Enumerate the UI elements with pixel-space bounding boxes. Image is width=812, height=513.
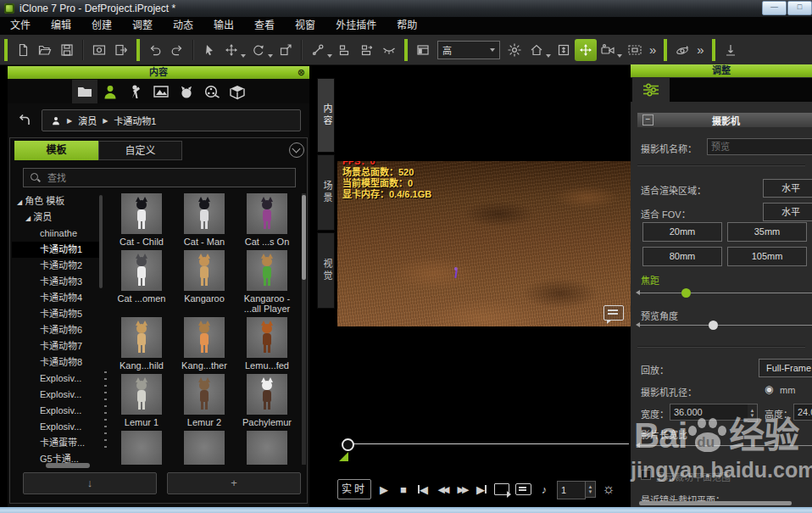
toolbar-more-button[interactable]: » [646, 42, 659, 57]
thumbnail-item[interactable]: Cat ...s On [241, 193, 293, 247]
collapse-section-icon[interactable]: − [642, 114, 653, 125]
thumbnail-item-partial[interactable] [178, 431, 231, 465]
align-move-button[interactable] [356, 39, 378, 61]
thumbnail-item[interactable]: Lemur 1 [115, 374, 168, 427]
tab-modify-sliders[interactable] [632, 78, 670, 102]
playback-settings-icon[interactable]: ☼ [602, 480, 615, 499]
grid-scrollbar-thumb[interactable] [302, 195, 306, 280]
thumbnail-item[interactable]: Kang...hild [115, 317, 168, 371]
loop-toggle-icon[interactable] [494, 483, 509, 495]
viewport-3d[interactable]: FPS：0 场景总面数：520 当前模型面数：0 显卡内存：0.4/6.1GB [337, 161, 631, 326]
side-tab-scene[interactable]: 场景 [317, 154, 335, 231]
tab-custom[interactable]: 自定义 [98, 141, 182, 160]
clipped-toolbar-button[interactable] [720, 39, 742, 61]
tree-root[interactable]: ◢角色 模板 [12, 193, 102, 209]
caption-toggle-icon[interactable] [515, 483, 531, 495]
pan-view-button[interactable] [575, 39, 597, 61]
timeline-frame-marker[interactable] [339, 452, 348, 461]
panel-layout-button[interactable] [412, 39, 434, 61]
tree-item[interactable]: 卡通动物3 [12, 274, 102, 290]
toolbar-more-button-2[interactable]: » [693, 42, 707, 57]
character-gizmo-marker[interactable] [454, 270, 457, 278]
align-button[interactable] [334, 39, 356, 61]
tab-props[interactable] [225, 80, 250, 103]
new-project-button[interactable] [12, 39, 34, 61]
rewind-button[interactable]: ◀◀ [436, 480, 449, 499]
content-panel-header[interactable]: 内容 ⊗ [8, 66, 309, 79]
orbit-camera-caret[interactable] [617, 54, 622, 58]
spin-down-icon[interactable]: ▼ [586, 489, 595, 494]
scale-tool-button[interactable] [275, 39, 297, 61]
add-content-button[interactable]: + [167, 472, 301, 494]
width-input[interactable] [670, 404, 751, 421]
modify-panel-header[interactable]: 调整 [631, 64, 812, 77]
thumbnail-item-partial[interactable] [241, 431, 293, 465]
clip-range-checkbox[interactable] [641, 470, 651, 480]
tree-item[interactable]: 卡通动物7 [12, 338, 102, 354]
close-panel-icon[interactable]: ⊗ [298, 67, 305, 78]
aperture-mm-radio[interactable]: ◉ [765, 383, 773, 395]
modify-panel-scrollbar[interactable] [639, 501, 792, 505]
attach-tool-caret[interactable] [327, 54, 332, 58]
tab-project[interactable] [72, 80, 97, 103]
open-project-button[interactable] [34, 39, 56, 61]
frame-number-input[interactable] [557, 481, 586, 499]
tree-item[interactable]: chiinathe [12, 226, 102, 242]
play-button[interactable]: ▶ [377, 480, 391, 499]
orbit-camera-button[interactable] [597, 39, 619, 61]
focal-preset-35mm[interactable]: 35mm [727, 222, 807, 242]
aspect-ratio-slider[interactable] [639, 445, 812, 446]
side-tab-content[interactable]: 内容 [317, 78, 335, 153]
tree-vertical-scrollbar[interactable] [99, 195, 103, 288]
realtime-toggle-button[interactable]: 实时 [337, 479, 371, 499]
focal-length-slider[interactable] [639, 293, 812, 293]
move-tool-caret[interactable] [241, 54, 246, 58]
minimize-button[interactable]: — [762, 1, 787, 15]
timeline-track[interactable] [348, 443, 629, 444]
tab-head[interactable] [174, 80, 199, 103]
tree-horizontal-scrollbar[interactable] [46, 463, 90, 468]
tree-item[interactable]: 卡通动物5 [12, 306, 102, 322]
export-button[interactable] [110, 39, 132, 61]
panel-splitter-handle[interactable] [104, 371, 107, 452]
menu-plugins[interactable]: 外挂插件 [325, 17, 387, 35]
thumbnail-item[interactable]: Lemur 2 [178, 374, 231, 427]
maximize-button[interactable]: □ [787, 1, 812, 15]
camera-name-input[interactable] [707, 138, 812, 155]
move-tool-button[interactable] [220, 39, 242, 61]
focal-length-knob[interactable] [681, 288, 691, 298]
menu-export[interactable]: 输出 [203, 17, 244, 35]
menu-file[interactable]: 文件 [0, 17, 41, 35]
tab-stage[interactable] [148, 80, 174, 103]
fit-render-dropdown[interactable]: 水平 [763, 179, 812, 198]
thumbnail-item[interactable]: Kang...ther [178, 317, 231, 371]
zoom-region-button[interactable] [624, 39, 646, 61]
tree-item[interactable]: 卡通蛋带... [12, 435, 102, 451]
attach-tool-button[interactable] [307, 39, 329, 61]
tree-item[interactable]: 卡通动物6 [12, 322, 102, 338]
preview-angle-slider[interactable] [639, 325, 812, 326]
tree-item[interactable]: 卡通动物1 [12, 242, 102, 258]
undo-button[interactable] [144, 39, 166, 61]
tab-animation[interactable] [123, 80, 148, 103]
thumbnail-item-partial[interactable] [115, 431, 168, 465]
tree-item[interactable]: 卡通动物2 [12, 258, 102, 274]
width-spinner[interactable]: ▲ ▼ [748, 404, 758, 422]
frame-number-spinner[interactable]: ▲ ▼ [586, 481, 596, 498]
spin-down-icon[interactable]: ▼ [748, 413, 757, 418]
elevation-button[interactable] [553, 39, 575, 61]
breadcrumb-current[interactable]: 卡通动物1 [114, 114, 156, 127]
fast-forward-button[interactable]: ▶▶ [455, 480, 469, 499]
download-content-button[interactable]: ↓ [23, 472, 157, 494]
thumbnail-item[interactable]: Pachylemur [241, 374, 293, 427]
back-button[interactable] [16, 112, 33, 129]
camera-section-header[interactable]: − 摄影机 [637, 113, 812, 127]
timeline-playhead[interactable] [342, 438, 354, 451]
menu-modify[interactable]: 调整 [122, 17, 163, 35]
playback-mode-dropdown[interactable]: Full-Frame [759, 359, 812, 377]
tab-media[interactable] [199, 80, 225, 103]
tree-item[interactable]: Explosiv... [12, 419, 102, 435]
tree-item[interactable]: 卡通动物8 [12, 354, 102, 371]
rotate-tool-caret[interactable] [268, 54, 273, 58]
render-quality-select[interactable]: 高 [437, 41, 500, 59]
